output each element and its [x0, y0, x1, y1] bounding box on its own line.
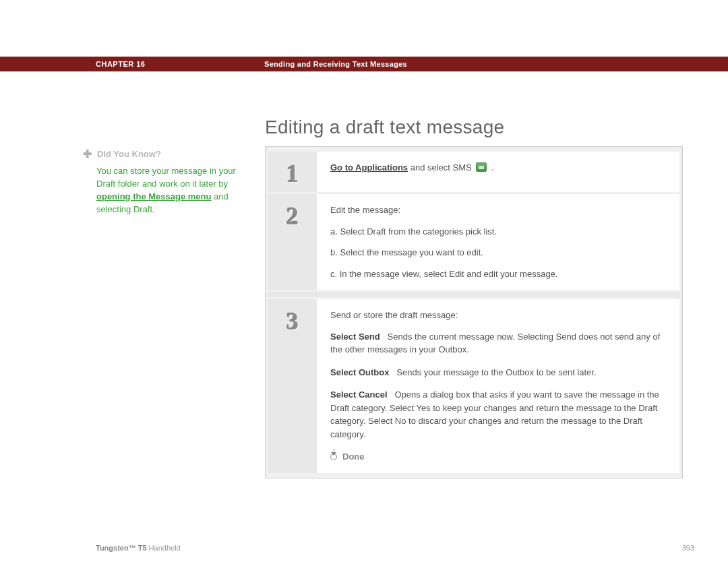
step-number: 1	[268, 156, 317, 192]
product-bold: Tungsten™ T5	[96, 544, 147, 552]
section-title: Sending and Receiving Text Messages	[264, 59, 407, 70]
step-number-cell: 1	[268, 152, 317, 192]
step-body: Edit the message: a. Select Draft from t…	[317, 194, 679, 290]
step-number-cell: 2	[268, 194, 317, 290]
product-rest: Handheld	[147, 544, 181, 552]
page-number: 393	[682, 542, 694, 554]
chapter-label: CHAPTER 16	[96, 59, 264, 70]
step-3: 3 Send or store the draft message: Selec…	[268, 299, 679, 473]
select-send-text: Sends the current message now. Selecting…	[330, 332, 660, 355]
step-divider	[268, 292, 679, 297]
step2-b: b. Select the message you want to edit.	[330, 246, 667, 259]
plus-icon: ✚	[83, 146, 92, 162]
step2-a: a. Select Draft from the categories pick…	[330, 225, 667, 239]
step-1: 1 Go to Applications and select SMS .	[268, 152, 679, 192]
step1-period: .	[489, 162, 493, 173]
step-2: 2 Edit the message: a. Select Draft from…	[268, 194, 679, 290]
step-number: 3	[268, 303, 317, 340]
did-you-know-sidebar: ✚ Did You Know? You can store your messa…	[83, 146, 241, 216]
did-you-know-heading: ✚ Did You Know?	[83, 146, 241, 162]
done-label: Done	[342, 450, 365, 464]
did-you-know-body: You can store your message in your Draft…	[83, 165, 241, 216]
select-cancel-label: Select Cancel	[330, 389, 388, 400]
step2-intro: Edit the message:	[330, 204, 667, 217]
footer: Tungsten™ T5 Handheld 393	[96, 542, 694, 554]
header-bar: CHAPTER 16 Sending and Receiving Text Me…	[0, 57, 728, 71]
product-name: Tungsten™ T5 Handheld	[96, 542, 181, 554]
step1-suffix: and select SMS	[408, 162, 474, 173]
select-outbox-label: Select Outbox	[330, 367, 389, 377]
sms-app-icon	[476, 162, 487, 172]
dyk-text-prefix: You can store your message in your Draft…	[96, 166, 236, 189]
go-to-applications-link[interactable]: Go to Applications	[330, 162, 408, 173]
step-number: 2	[268, 198, 317, 235]
done-arrow-icon	[330, 454, 337, 460]
select-send-label: Select Send	[330, 332, 380, 342]
step-body: Send or store the draft message: Select …	[317, 299, 679, 473]
step3-intro: Send or store the draft message:	[330, 309, 667, 322]
page-title: Editing a draft text message	[265, 113, 504, 142]
step3-option-send: Select Send Sends the current message no…	[330, 330, 667, 356]
step3-option-outbox: Select Outbox Sends your message to the …	[330, 366, 667, 379]
done-indicator: Done	[330, 450, 667, 464]
dyk-link[interactable]: opening the Message menu	[96, 191, 211, 201]
select-outbox-text: Sends your message to the Outbox to be s…	[396, 367, 596, 377]
did-you-know-label: Did You Know?	[97, 148, 161, 161]
step2-c: c. In the message view, select Edit and …	[330, 268, 667, 281]
step-body: Go to Applications and select SMS .	[317, 152, 679, 192]
steps-panel: 1 Go to Applications and select SMS . 2 …	[265, 146, 683, 478]
step3-option-cancel: Select Cancel Opens a dialog box that as…	[330, 388, 667, 441]
step-number-cell: 3	[268, 299, 317, 473]
